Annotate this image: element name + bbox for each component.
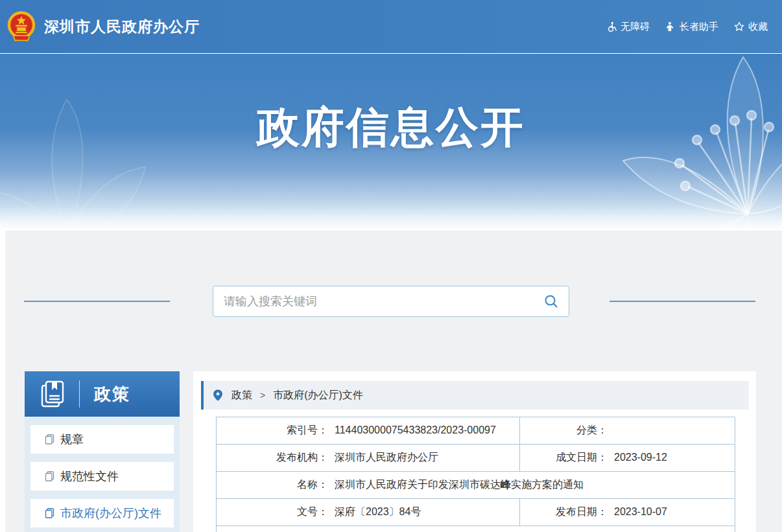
breadcrumb-accent-bar: [201, 381, 204, 410]
sidebar-title: 政策: [94, 383, 130, 406]
publisher-value: 深圳市人民政府办公厅: [335, 452, 438, 463]
document-name-label: 名称：: [217, 478, 328, 492]
location-pin-icon: [213, 389, 222, 401]
site-title: 深圳市人民政府办公厅: [44, 17, 200, 37]
breadcrumb: 政策 > 市政府(办公厅)文件: [201, 381, 749, 410]
category-cell: 分类：: [520, 417, 735, 445]
publish-date-value: 2023-10-07: [614, 506, 667, 517]
accessibility-link[interactable]: 无障碍: [606, 21, 650, 33]
document-number-value: 深府〔2023〕84号: [335, 506, 421, 517]
wheelchair-icon: [606, 21, 617, 32]
index-number-cell: 索引号：114403000075433823/2023-00097: [217, 417, 520, 445]
table-row-partial: [217, 526, 735, 532]
sidebar-item-regulations[interactable]: 规章: [30, 425, 174, 454]
sidebar-item-label: 规范性文件: [60, 468, 119, 484]
header-links: 无障碍 长者助手 收藏: [606, 21, 768, 33]
decor-line-left: [24, 301, 170, 302]
search-icon: [544, 294, 558, 308]
favorite-label: 收藏: [748, 21, 768, 33]
accessibility-label: 无障碍: [621, 21, 650, 33]
breadcrumb-root[interactable]: 政策: [231, 389, 252, 402]
sidebar-item-label: 市政府(办公厅)文件: [60, 505, 161, 521]
star-icon: [734, 21, 744, 32]
highlighted-keyword: 峰: [501, 479, 511, 490]
document-icon: [45, 471, 54, 481]
index-number-value: 114403000075433823/2023-00097: [335, 424, 496, 435]
search-box: [213, 286, 569, 317]
written-date-label: 成文日期：: [520, 451, 608, 465]
sidebar-item-municipal-documents[interactable]: 市政府(办公厅)文件: [30, 499, 174, 527]
publish-date-cell: 发布日期：2023-10-07: [520, 499, 735, 526]
publisher-cell: 发布机构：深圳市人民政府办公厅: [217, 445, 520, 472]
sidebar-header: 政策: [25, 371, 180, 417]
decor-line-right: [610, 301, 755, 302]
top-header: 深圳市人民政府办公厅 无障碍 长者助手 收藏: [0, 0, 782, 53]
table-row: 索引号：114403000075433823/2023-00097 分类：: [217, 417, 735, 445]
sidebar-item-label: 规章: [60, 432, 84, 447]
banner: 政府信息公开: [0, 53, 782, 231]
policy-book-icon: [38, 379, 67, 409]
document-info-table: 索引号：114403000075433823/2023-00097 分类： 发布…: [216, 417, 735, 532]
index-number-label: 索引号：: [217, 424, 328, 437]
sidebar-item-normative-documents[interactable]: 规范性文件: [30, 462, 174, 491]
table-row: 名称：深圳市人民政府关于印发深圳市碳达峰实施方案的通知: [217, 472, 735, 499]
document-icon: [45, 508, 54, 518]
sidebar-list: 规章 规范性文件 市政府(办公厅)文件: [25, 417, 180, 532]
table-row: 文号：深府〔2023〕84号 发布日期：2023-10-07: [217, 499, 735, 526]
document-number-cell: 文号：深府〔2023〕84号: [217, 499, 520, 526]
content-area: 政策 规章 规范性文件: [5, 231, 782, 532]
table-row: 发布机构：深圳市人民政府办公厅 成文日期：2023-09-12: [217, 445, 735, 472]
category-label: 分类：: [520, 424, 608, 437]
elder-icon: [665, 21, 676, 32]
clipped-row-cell: [217, 526, 735, 532]
sidebar-header-divider: [79, 380, 80, 408]
written-date-cell: 成文日期：2023-09-12: [520, 445, 735, 472]
document-name-cell: 名称：深圳市人民政府关于印发深圳市碳达峰实施方案的通知: [217, 472, 735, 499]
sidebar: 政策 规章 规范性文件: [25, 371, 180, 532]
publish-date-label: 发布日期：: [520, 505, 608, 519]
written-date-value: 2023-09-12: [614, 452, 667, 463]
content-panel: 政策 > 市政府(办公厅)文件 索引号：114403000075433823/2…: [193, 371, 756, 532]
document-number-label: 文号：: [217, 505, 328, 519]
search-input[interactable]: [224, 295, 543, 308]
document-icon: [45, 434, 54, 445]
publisher-label: 发布机构：: [217, 451, 328, 465]
flower-decoration-icon: [0, 88, 156, 231]
elder-assist-label: 长者助手: [680, 21, 718, 33]
page-title: 政府信息公开: [257, 98, 525, 187]
favorite-link[interactable]: 收藏: [734, 21, 768, 33]
elder-assist-link[interactable]: 长者助手: [665, 21, 718, 33]
breadcrumb-separator: >: [260, 390, 265, 400]
search-button[interactable]: [543, 293, 560, 310]
flower-decoration-icon: [578, 53, 782, 231]
national-emblem-icon: [5, 8, 38, 45]
document-name-value: 深圳市人民政府关于印发深圳市碳达峰实施方案的通知: [335, 479, 584, 490]
breadcrumb-current[interactable]: 市政府(办公厅)文件: [273, 389, 363, 402]
